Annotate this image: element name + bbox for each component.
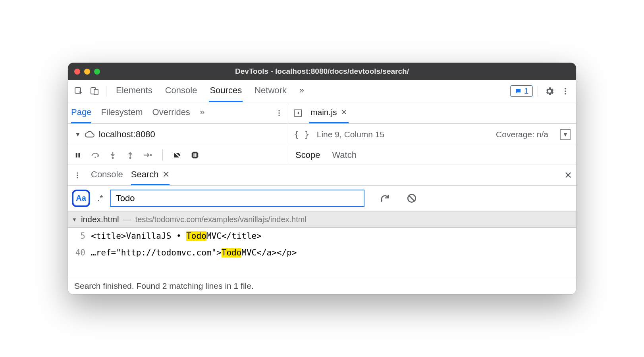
step-over-icon[interactable] (90, 151, 100, 159)
svg-rect-10 (76, 153, 77, 157)
issues-badge[interactable]: 1 (510, 85, 533, 97)
pretty-print-icon[interactable]: { } (294, 129, 310, 139)
navigator-kebab-icon[interactable] (274, 107, 285, 119)
debug-toolbar (68, 145, 288, 165)
navigator-tabs: Page Filesystem Overrides » (68, 102, 288, 123)
nav-tab-filesystem[interactable]: Filesystem (101, 102, 143, 123)
step-icon[interactable] (143, 152, 153, 159)
svg-point-4 (565, 90, 566, 92)
tree-collapse-icon[interactable]: ▼ (75, 131, 81, 138)
line-content: …ref="http://todomvc.com">TodoMVC</a></p… (91, 248, 297, 257)
result-line[interactable]: 40 …ref="http://todomvc.com">TodoMVC</a>… (68, 244, 576, 261)
issues-count: 1 (524, 86, 528, 96)
minimize-window-button[interactable] (84, 69, 90, 75)
result-file-path: tests/todomvc.com/examples/vanillajs/ind… (135, 215, 307, 224)
cloud-icon (85, 129, 95, 140)
drawer-tabs: Console Search ✕ ✕ (68, 165, 576, 186)
main-toolbar: Elements Console Sources Network » 1 (68, 80, 576, 102)
status-text: Search finished. Found 2 matching lines … (74, 281, 254, 291)
svg-rect-11 (79, 153, 80, 157)
tab-elements[interactable]: Elements (115, 80, 153, 102)
device-toolbar-icon[interactable] (88, 84, 101, 98)
line-number: 5 (72, 231, 85, 241)
coverage-label: Coverage: n/a (496, 130, 548, 139)
dropdown-icon[interactable]: ▼ (560, 129, 571, 140)
close-window-button[interactable] (74, 69, 80, 75)
refresh-icon[interactable] (378, 192, 391, 205)
match-case-button[interactable]: Aa (72, 190, 90, 207)
close-tab-icon[interactable]: ✕ (341, 108, 347, 117)
line-number: 40 (72, 248, 85, 257)
match-highlight: Todo (186, 231, 206, 241)
svg-point-18 (77, 172, 78, 173)
result-file-header[interactable]: ▼ index.html — tests/todomvc.com/example… (68, 211, 576, 228)
result-line[interactable]: 5 <title>VanillaJS • TodoMVC</title> (68, 228, 576, 244)
line-content: <title>VanillaJS • TodoMVC</title> (91, 231, 262, 241)
kebab-menu-icon[interactable] (559, 84, 572, 98)
pause-on-exceptions-icon[interactable] (190, 151, 200, 159)
search-input[interactable] (110, 190, 364, 207)
svg-point-20 (77, 177, 78, 178)
regex-button[interactable]: .* (96, 193, 105, 203)
tree-collapse-icon[interactable]: ▼ (72, 217, 77, 223)
svg-point-7 (278, 112, 280, 113)
tab-sources[interactable]: Sources (209, 80, 243, 102)
svg-point-8 (278, 115, 280, 116)
file-tab-label: main.js (310, 107, 337, 117)
sidebar-tab-watch[interactable]: Watch (332, 150, 357, 160)
traffic-lights (74, 69, 100, 75)
svg-point-6 (278, 110, 280, 111)
drawer-tab-console[interactable]: Console (91, 165, 123, 185)
titlebar: DevTools - localhost:8080/docs/devtools/… (68, 63, 576, 80)
nav-tab-overflow-icon[interactable]: » (200, 102, 204, 123)
debug-row: Scope Watch (68, 145, 576, 165)
svg-rect-2 (94, 89, 98, 95)
drawer-kebab-icon[interactable] (72, 170, 83, 181)
tree-host-label: localhost:8080 (99, 129, 155, 140)
svg-point-15 (150, 154, 152, 156)
pause-icon[interactable] (73, 152, 83, 159)
result-file-name: index.html (81, 215, 119, 224)
cursor-position: Line 9, Column 15 (317, 130, 384, 139)
sidebar-tab-scope[interactable]: Scope (295, 150, 320, 160)
divider (162, 150, 163, 161)
show-navigator-icon[interactable] (292, 107, 303, 119)
svg-point-14 (129, 157, 131, 159)
close-drawer-icon[interactable]: ✕ (564, 170, 572, 181)
svg-point-12 (94, 156, 96, 158)
maximize-window-button[interactable] (94, 69, 100, 75)
settings-icon[interactable] (543, 84, 556, 98)
status-bar: Search finished. Found 2 matching lines … (68, 277, 576, 294)
step-out-icon[interactable] (125, 151, 135, 159)
tree-row: ▼ localhost:8080 { } Line 9, Column 15 C… (68, 124, 576, 145)
clear-icon[interactable] (405, 192, 418, 205)
chat-icon (515, 88, 522, 95)
secondary-row: Page Filesystem Overrides » main.js ✕ (68, 102, 576, 124)
svg-point-3 (565, 88, 566, 89)
tab-overflow-icon[interactable]: » (299, 80, 305, 102)
search-row: Aa .* (68, 186, 576, 211)
step-into-icon[interactable] (108, 151, 118, 159)
editor-statusbar: { } Line 9, Column 15 Coverage: n/a ▼ (288, 124, 576, 145)
close-drawer-tab-icon[interactable]: ✕ (162, 169, 170, 180)
match-highlight: Todo (222, 248, 242, 257)
editor-tabs: main.js ✕ (288, 102, 576, 123)
nav-tab-page[interactable]: Page (71, 102, 91, 123)
nav-tab-overrides[interactable]: Overrides (152, 102, 190, 123)
divider (106, 86, 106, 97)
file-tab-mainjs[interactable]: main.js ✕ (309, 102, 349, 123)
tab-console[interactable]: Console (164, 80, 198, 102)
deactivate-breakpoints-icon[interactable] (172, 151, 183, 159)
sidebar-tabs: Scope Watch (288, 145, 576, 165)
inspect-element-icon[interactable] (72, 84, 85, 98)
devtools-window: DevTools - localhost:8080/docs/devtools/… (68, 63, 576, 294)
file-tree[interactable]: ▼ localhost:8080 (68, 124, 288, 145)
drawer-tab-search-label: Search (131, 169, 159, 180)
divider (538, 86, 538, 97)
svg-point-13 (112, 157, 114, 159)
tab-network[interactable]: Network (254, 80, 287, 102)
svg-rect-16 (193, 153, 195, 157)
svg-point-19 (77, 175, 78, 176)
svg-point-5 (565, 93, 566, 94)
drawer-tab-search[interactable]: Search ✕ (131, 165, 170, 185)
